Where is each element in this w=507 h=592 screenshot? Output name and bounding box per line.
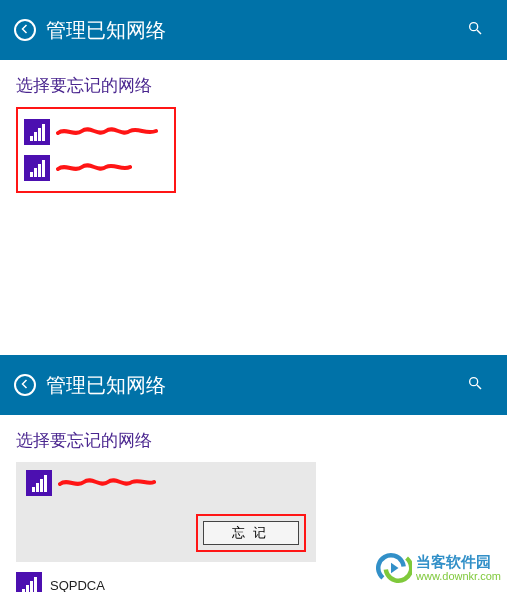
network-name: SQPDCA — [50, 578, 105, 593]
watermark-logo-icon — [376, 550, 412, 586]
redacted-name — [58, 476, 158, 490]
back-arrow-icon — [19, 376, 31, 394]
header: 管理已知网络 — [0, 0, 507, 60]
forget-button[interactable]: 忘记 — [203, 521, 299, 545]
spacer — [0, 207, 507, 355]
watermark: 当客软件园 www.downkr.com — [376, 550, 501, 586]
selected-network-box: 忘记 — [16, 462, 316, 562]
svg-point-2 — [470, 378, 478, 386]
content-area-1: 选择要忘记的网络 — [0, 60, 507, 207]
watermark-name: 当客软件园 — [416, 554, 501, 571]
search-button[interactable] — [467, 375, 483, 395]
network-item[interactable] — [24, 119, 166, 145]
highlight-box — [16, 107, 176, 193]
page-title: 管理已知网络 — [46, 17, 166, 44]
svg-line-1 — [477, 30, 481, 34]
back-button[interactable] — [14, 19, 36, 41]
redacted-name — [56, 125, 166, 139]
search-icon — [467, 22, 483, 39]
wifi-signal-icon — [16, 572, 42, 592]
wifi-signal-icon — [26, 470, 52, 496]
search-icon — [467, 377, 483, 394]
section-title: 选择要忘记的网络 — [16, 74, 491, 97]
header: 管理已知网络 — [0, 355, 507, 415]
page-title: 管理已知网络 — [46, 372, 166, 399]
search-button[interactable] — [467, 20, 483, 40]
highlight-box: 忘记 — [196, 514, 306, 552]
svg-marker-6 — [391, 563, 399, 574]
network-item-selected[interactable] — [26, 470, 306, 496]
svg-line-3 — [477, 385, 481, 389]
back-button[interactable] — [14, 374, 36, 396]
back-arrow-icon — [19, 21, 31, 39]
watermark-text: 当客软件园 www.downkr.com — [416, 554, 501, 583]
panel-1: 管理已知网络 选择要忘记的网络 — [0, 0, 507, 207]
section-title: 选择要忘记的网络 — [16, 429, 491, 452]
wifi-signal-icon — [24, 119, 50, 145]
wifi-signal-icon — [24, 155, 50, 181]
watermark-url: www.downkr.com — [416, 570, 501, 582]
network-item[interactable] — [24, 155, 166, 181]
svg-point-0 — [470, 23, 478, 31]
redacted-name — [56, 161, 136, 175]
